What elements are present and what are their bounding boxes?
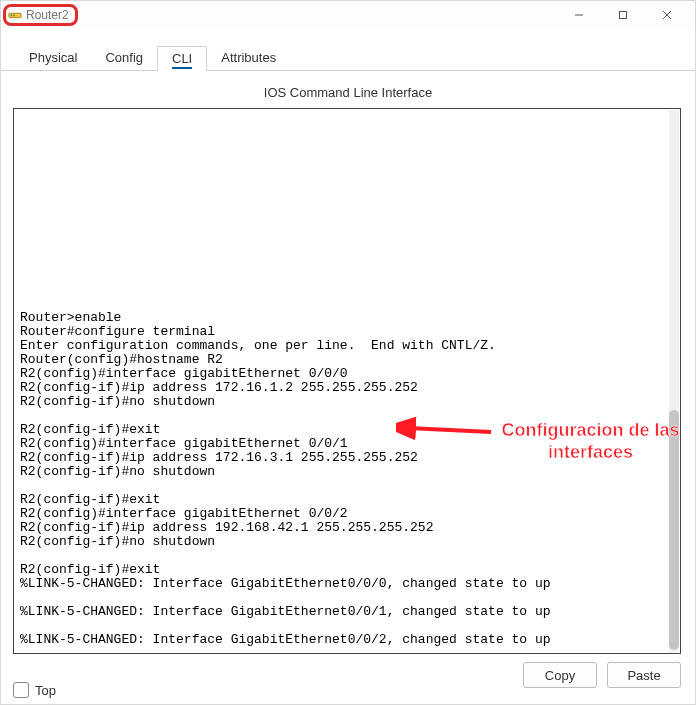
window: Router2 Physical Config CLI Attributes I…: [0, 0, 696, 705]
window-title: Router2: [26, 8, 69, 22]
scrollbar[interactable]: [669, 110, 679, 652]
tab-physical[interactable]: Physical: [15, 46, 91, 71]
window-controls: [557, 2, 689, 28]
svg-point-1: [11, 15, 13, 17]
maximize-button[interactable]: [601, 2, 645, 28]
titlebar: Router2: [1, 1, 695, 29]
top-checkbox[interactable]: [13, 682, 29, 698]
svg-point-2: [13, 15, 15, 17]
paste-button[interactable]: Paste: [607, 662, 681, 688]
cli-panel: IOS Command Line Interface Router>enable…: [1, 70, 695, 688]
tab-bar: Physical Config CLI Attributes: [1, 43, 695, 71]
tab-cli[interactable]: CLI: [157, 46, 207, 71]
minimize-button[interactable]: [557, 2, 601, 28]
tab-label: Attributes: [221, 50, 276, 65]
tab-label: Config: [105, 50, 143, 65]
close-button[interactable]: [645, 2, 689, 28]
svg-rect-4: [620, 12, 627, 19]
copy-button[interactable]: Copy: [523, 662, 597, 688]
titlebar-highlight: Router2: [3, 4, 78, 26]
router-icon: [8, 8, 22, 22]
terminal-content: Router>enable Router#configure terminal …: [20, 283, 674, 647]
button-row: Copy Paste: [13, 662, 683, 688]
tab-label: CLI: [172, 51, 192, 69]
tab-attributes[interactable]: Attributes: [207, 46, 290, 71]
footer: Top: [13, 682, 56, 698]
panel-title: IOS Command Line Interface: [13, 85, 683, 100]
tab-config[interactable]: Config: [91, 46, 157, 71]
top-label: Top: [35, 683, 56, 698]
tab-label: Physical: [29, 50, 77, 65]
terminal[interactable]: Router>enable Router#configure terminal …: [13, 108, 681, 654]
scroll-thumb[interactable]: [669, 410, 679, 650]
